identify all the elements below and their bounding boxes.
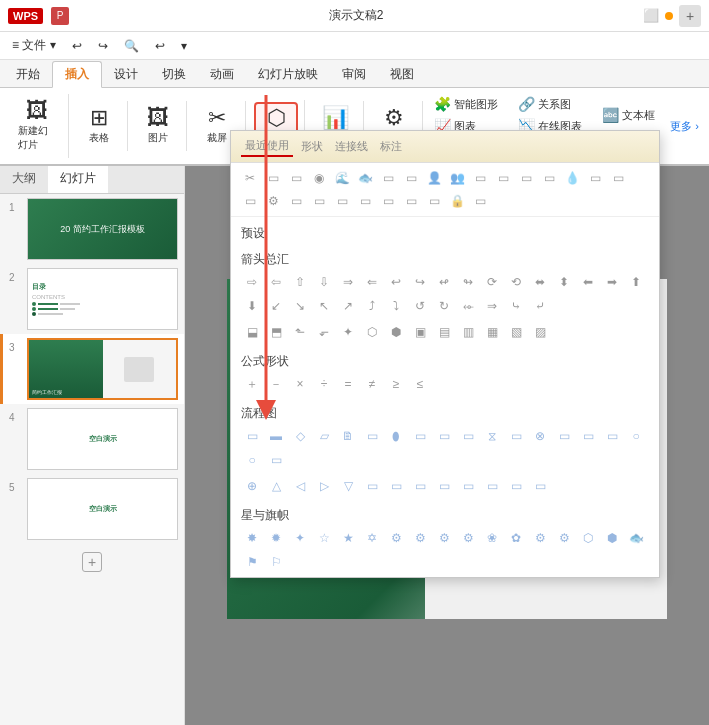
recent-shape-6[interactable]: ▭	[400, 167, 422, 189]
fc-r3[interactable]: ▭	[385, 475, 407, 497]
fc-tri-d[interactable]: ▽	[337, 475, 359, 497]
arrow-ccw[interactable]: ⟲	[505, 271, 527, 293]
fc-sort[interactable]: ⧖	[481, 425, 503, 447]
recent-shape-5[interactable]: ▭	[377, 167, 399, 189]
dropdown-tab-3[interactable]: 连接线	[331, 137, 372, 156]
table-button[interactable]: ⊞ 表格	[77, 103, 121, 149]
recent-shape-user2[interactable]: 👥	[446, 167, 468, 189]
dropdown-tab-2[interactable]: 形状	[297, 137, 327, 156]
fc-plus2[interactable]: ⊕	[241, 475, 263, 497]
recent-shape-17[interactable]: ▭	[354, 190, 376, 212]
arrow-ne[interactable]: ↗	[337, 295, 359, 317]
fc-card[interactable]: ▭	[265, 449, 287, 471]
fc-multi[interactable]: ▭	[361, 425, 383, 447]
recent-shape-gear[interactable]: ⚙	[262, 190, 284, 212]
arrow-quad[interactable]: ✦	[337, 321, 359, 343]
slides-tab[interactable]: 幻灯片	[48, 166, 108, 193]
arrow-cw[interactable]: ⟳	[481, 271, 503, 293]
recent-shape-16[interactable]: ▭	[331, 190, 353, 212]
slide-thumb-2[interactable]: 2 目录 CONTENTS	[0, 264, 184, 334]
gear2[interactable]: ⚙	[409, 527, 431, 549]
fc-store[interactable]: ▭	[553, 425, 575, 447]
menu-undo[interactable]: ↩	[64, 35, 90, 57]
star-shape-2[interactable]: ⚙	[553, 527, 575, 549]
slide-preview-3[interactable]: 简约工作汇报	[27, 338, 178, 400]
arrow-nw[interactable]: ↖	[313, 295, 335, 317]
slide-thumb-1[interactable]: 1 20 简约工作汇报模板	[0, 194, 184, 264]
fc-int[interactable]: ▭	[457, 425, 479, 447]
arrow-curl-r[interactable]: ↫	[433, 271, 455, 293]
banner-flag2[interactable]: ⚐	[265, 551, 287, 573]
menu-back[interactable]: ↩	[147, 35, 173, 57]
shape-dropdown[interactable]: 最近使用 形状 连接线 标注 ✂ ▭ ▭ ◉ 🌊 🐟 ▭ ▭ 👤 👥 ▭ ▭ ▭…	[230, 130, 660, 578]
arrow-fat-l[interactable]: ⬅	[577, 271, 599, 293]
recent-shape-8[interactable]: ▭	[492, 167, 514, 189]
arrow-v[interactable]: ⬍	[553, 271, 575, 293]
dropdown-tab-recent[interactable]: 最近使用	[241, 136, 293, 157]
arrow-left-dbl[interactable]: ⇐	[361, 271, 383, 293]
tab-insert[interactable]: 插入	[52, 61, 102, 88]
recent-shape-15[interactable]: ▭	[308, 190, 330, 212]
flower1[interactable]: ❀	[481, 527, 503, 549]
recent-shape-9[interactable]: ▭	[515, 167, 537, 189]
fc-r7[interactable]: ▭	[481, 475, 503, 497]
fc-diamond[interactable]: ◇	[289, 425, 311, 447]
arrow-br[interactable]: ⬐	[313, 321, 335, 343]
fc-data[interactable]: ▭	[409, 425, 431, 447]
recent-shape-user1[interactable]: 👤	[423, 167, 445, 189]
recent-shape-13[interactable]: ▭	[239, 190, 261, 212]
formula-neq[interactable]: ≠	[361, 373, 383, 395]
formula-plus[interactable]: ＋	[241, 373, 263, 395]
star-burst1[interactable]: ✸	[241, 527, 263, 549]
star-6pt[interactable]: ✡	[361, 527, 383, 549]
banner-flag[interactable]: ⚑	[241, 551, 263, 573]
slide-thumb-5[interactable]: 5 空白演示	[0, 474, 184, 544]
arrow-right[interactable]: ⇨	[241, 271, 263, 293]
arrow-cu2[interactable]: ▧	[505, 321, 527, 343]
arrow-cr[interactable]: ▦	[481, 321, 503, 343]
fc-rect2[interactable]: ▬	[265, 425, 287, 447]
arrow-dn2[interactable]: ⤵	[385, 295, 407, 317]
textbox-button[interactable]: 🔤 文本框	[597, 105, 660, 125]
slide-thumb-4[interactable]: 4 空白演示	[0, 404, 184, 474]
arrow-bend-l[interactable]: ↪	[409, 271, 431, 293]
menu-file[interactable]: ≡ 文件 ▾	[4, 33, 64, 58]
star-burst2[interactable]: ✹	[265, 527, 287, 549]
menu-more[interactable]: ▾	[173, 35, 195, 57]
more-button[interactable]: 更多 ›	[670, 119, 699, 134]
formula-minus[interactable]: －	[265, 373, 287, 395]
fc-doc[interactable]: 🗎	[337, 425, 359, 447]
recent-shape-1[interactable]: ▭	[262, 167, 284, 189]
arrow-fat-d[interactable]: ⬇	[241, 295, 263, 317]
star-4pt[interactable]: ✦	[289, 527, 311, 549]
fc-r8[interactable]: ▭	[505, 475, 527, 497]
fc-ext[interactable]: ▭	[505, 425, 527, 447]
arrow-call-l[interactable]: ⤶	[529, 295, 551, 317]
fc-mag[interactable]: ⊗	[529, 425, 551, 447]
fc-term[interactable]: ⬮	[385, 425, 407, 447]
arrow-hex[interactable]: ⬢	[385, 321, 407, 343]
smart-art-button[interactable]: 🧩 智能图形	[429, 94, 503, 114]
recent-shape-2[interactable]: ▭	[285, 167, 307, 189]
slide-preview-5[interactable]: 空白演示	[27, 478, 178, 540]
formula-lte[interactable]: ≤	[409, 373, 431, 395]
fc-rect[interactable]: ▭	[241, 425, 263, 447]
recent-shape-20[interactable]: ▭	[423, 190, 445, 212]
fc-para[interactable]: ▱	[313, 425, 335, 447]
arrow-notch-r[interactable]: ⇒	[481, 295, 503, 317]
star-shape-3[interactable]: ⬡	[577, 527, 599, 549]
arrow-sq-notch2[interactable]: ▤	[433, 321, 455, 343]
recent-shape-drop[interactable]: 💧	[561, 167, 583, 189]
fc-r2[interactable]: ▭	[361, 475, 383, 497]
arrow-fat-r[interactable]: ➡	[601, 271, 623, 293]
menu-redo[interactable]: ↪	[90, 35, 116, 57]
arrow-h[interactable]: ⬌	[529, 271, 551, 293]
recent-shape-4[interactable]: 🌊	[331, 167, 353, 189]
gear3[interactable]: ⚙	[433, 527, 455, 549]
arrow-down[interactable]: ⇩	[313, 271, 335, 293]
fc-alt[interactable]: ▭	[601, 425, 623, 447]
recent-shape-12[interactable]: ▭	[607, 167, 629, 189]
gear1[interactable]: ⚙	[385, 527, 407, 549]
arrow-call-r[interactable]: ⤷	[505, 295, 527, 317]
recent-shape-18[interactable]: ▭	[377, 190, 399, 212]
